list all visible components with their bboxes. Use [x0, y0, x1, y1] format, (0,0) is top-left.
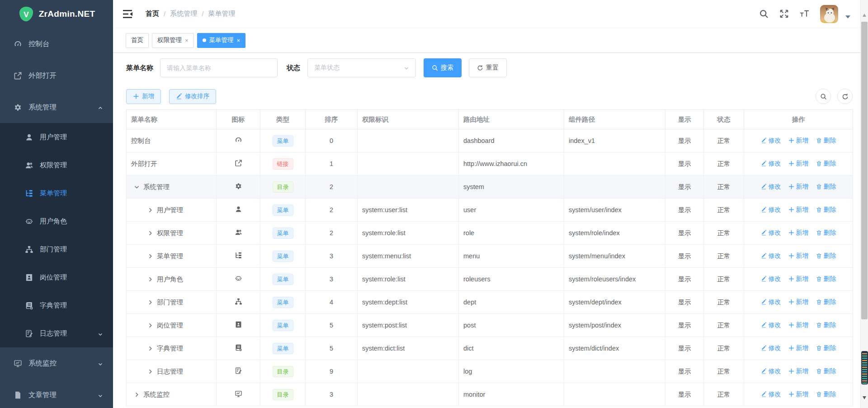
delete-action[interactable]: 删除 [816, 321, 836, 329]
add-action[interactable]: 新增 [788, 160, 809, 168]
trash-icon [816, 161, 822, 166]
table-row-dict-management[interactable]: 字典管理菜单5system:dict:listdictsystem/dict/i… [127, 337, 853, 360]
table-row-system-monitor[interactable]: 系统监控目录3monitor显示正常修改新增删除 [127, 383, 853, 406]
sidebar-item-dict-management[interactable]: 字典管理 [0, 291, 113, 319]
sidebar-item-post-management[interactable]: 岗位管理 [0, 263, 113, 291]
menu-name: 日志管理 [157, 367, 183, 376]
close-icon[interactable]: × [185, 38, 189, 43]
delete-action[interactable]: 删除 [816, 252, 836, 260]
plus-icon [788, 230, 794, 236]
edit-action[interactable]: 修改 [761, 160, 781, 168]
table-row-dashboard[interactable]: 控制台菜单0dashboardindex_v1显示正常修改新增删除 [127, 129, 853, 152]
tab-label: 首页 [131, 36, 143, 44]
refresh-table-button[interactable] [837, 89, 853, 104]
add-action[interactable]: 新增 [788, 298, 809, 306]
delete-action[interactable]: 删除 [816, 275, 836, 283]
edit-action[interactable]: 修改 [761, 206, 781, 214]
users-icon [235, 228, 242, 236]
avatar-dropdown-caret[interactable] [845, 12, 850, 15]
sidebar-item-log-management[interactable]: 日志管理 [0, 319, 113, 347]
sidebar-collapse-icon[interactable] [123, 9, 133, 19]
table-row-external-open[interactable]: 外部打开链接1http://www.izhaorui.cn显示正常修改新增删除 [127, 152, 853, 176]
sidebar-item-system-monitor[interactable]: 系统监控 [0, 347, 113, 379]
tab-role-management[interactable]: 权限管理× [152, 33, 194, 48]
sidebar-item-user-management[interactable]: 用户管理 [0, 123, 113, 151]
close-icon[interactable]: × [237, 38, 241, 43]
edit-action[interactable]: 修改 [761, 321, 781, 329]
edit-action[interactable]: 修改 [761, 344, 781, 352]
add-action[interactable]: 新增 [788, 252, 809, 260]
sidebar-menu: 控制台外部打开系统管理用户管理权限管理菜单管理用户角色部门管理岗位管理字典管理日… [0, 28, 113, 408]
add-action[interactable]: 新增 [788, 390, 809, 399]
delete-action[interactable]: 删除 [816, 344, 836, 352]
edit-action[interactable]: 修改 [761, 298, 781, 306]
table-row-user-role[interactable]: 用户角色菜单3system:role:listroleuserssystem/r… [127, 268, 853, 291]
sidebar-item-menu-management[interactable]: 菜单管理 [0, 179, 113, 207]
user-avatar[interactable] [820, 5, 838, 23]
sidebar-item-external-open[interactable]: 外部打开 [0, 60, 113, 91]
edit-action[interactable]: 修改 [761, 229, 781, 237]
header-search-icon[interactable] [759, 9, 769, 19]
add-action[interactable]: 新增 [788, 206, 809, 214]
sidebar-item-label: 岗位管理 [40, 273, 67, 282]
sidebar-item-user-role[interactable]: 用户角色 [0, 207, 113, 235]
robot-icon [235, 275, 242, 282]
delete-action[interactable]: 删除 [816, 206, 836, 214]
delete-action[interactable]: 删除 [816, 229, 836, 237]
menu-name-input[interactable] [160, 58, 278, 77]
edit-action[interactable]: 修改 [761, 275, 781, 283]
fullscreen-icon[interactable] [779, 9, 789, 19]
sidebar-item-role-management[interactable]: 权限管理 [0, 151, 113, 179]
component-path: system/dept/index [569, 299, 622, 306]
type-badge: 菜单 [273, 228, 293, 239]
delete-action[interactable]: 删除 [816, 137, 836, 145]
table-row-log-management[interactable]: 日志管理目录9log显示正常修改新增删除 [127, 360, 853, 383]
delete-action[interactable]: 删除 [816, 390, 836, 399]
table-row-post-management[interactable]: 岗位管理菜单5system:post:listpostsystem/post/i… [127, 314, 853, 337]
delete-action[interactable]: 删除 [816, 160, 836, 168]
top-navbar: 首页/系统管理/菜单管理 [113, 0, 860, 28]
table-row-system-management[interactable]: 系统管理目录2system显示正常修改新增删除 [127, 176, 853, 199]
table-row-user-management[interactable]: 用户管理菜单2system:user:listusersystem/user/i… [127, 199, 853, 222]
add-action[interactable]: 新增 [788, 137, 809, 145]
sidebar-item-system-management[interactable]: 系统管理 [0, 91, 113, 123]
reset-button[interactable]: 重置 [469, 58, 507, 77]
perms-value: system:role:list [362, 275, 406, 283]
trash-icon [816, 253, 822, 259]
table-row-role-management[interactable]: 权限管理菜单2system:role:listrolesystem/role/i… [127, 222, 853, 245]
add-action[interactable]: 新增 [788, 344, 809, 352]
scrollbar-up-arrow[interactable] [863, 14, 866, 17]
sort-value: 4 [330, 299, 333, 306]
sidebar-item-article-management[interactable]: 文章管理 [0, 379, 113, 408]
search-button[interactable]: 搜索 [424, 58, 462, 77]
add-action[interactable]: 新增 [788, 183, 809, 191]
show-search-button[interactable] [816, 89, 831, 104]
edit-action[interactable]: 修改 [761, 137, 781, 145]
edit-sort-button[interactable]: 修改排序 [169, 89, 216, 104]
column-header: 路由地址 [459, 110, 564, 129]
add-button[interactable]: 新增 [126, 89, 161, 104]
status-select[interactable]: 菜单状态 [307, 58, 416, 77]
edit-action[interactable]: 修改 [761, 183, 781, 191]
edit-action[interactable]: 修改 [761, 367, 781, 375]
font-size-icon[interactable] [800, 9, 809, 19]
edit-action[interactable]: 修改 [761, 252, 781, 260]
add-action[interactable]: 新增 [788, 321, 809, 329]
delete-action[interactable]: 删除 [816, 298, 836, 306]
sidebar-item-dashboard[interactable]: 控制台 [0, 28, 113, 60]
sidebar-item-dept-management[interactable]: 部门管理 [0, 235, 113, 263]
tab-home[interactable]: 首页 [126, 33, 149, 48]
tab-menu-management[interactable]: 菜单管理× [197, 33, 246, 48]
table-row-menu-management[interactable]: 菜单管理菜单3system:menu:listmenusystem/menu/i… [127, 245, 853, 268]
delete-action[interactable]: 删除 [816, 367, 836, 375]
add-action[interactable]: 新增 [788, 229, 809, 237]
scrollbar-down-arrow[interactable] [863, 396, 866, 399]
route-path: roleusers [463, 275, 491, 283]
edit-action[interactable]: 修改 [761, 390, 781, 399]
add-action[interactable]: 新增 [788, 275, 809, 283]
delete-action[interactable]: 删除 [816, 183, 836, 191]
breadcrumb-item[interactable]: 首页 [146, 9, 159, 18]
add-action[interactable]: 新增 [788, 367, 809, 375]
table-row-dept-management[interactable]: 部门管理菜单4system:dept:listdeptsystem/dept/i… [127, 291, 853, 314]
scrollbar-thumb[interactable] [861, 22, 868, 319]
